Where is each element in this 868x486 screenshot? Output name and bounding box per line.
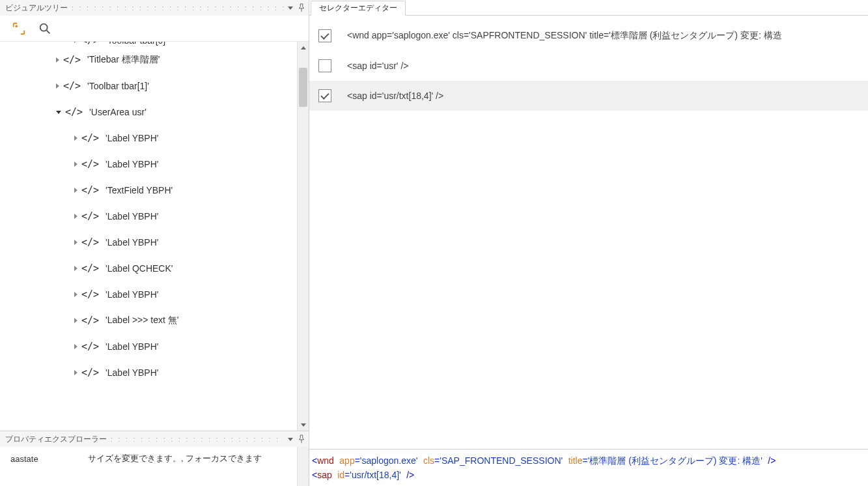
tree-label: 'UserArea usr': [89, 107, 147, 117]
tree-label: 'Label YBPH': [105, 289, 158, 300]
tree-row[interactable]: </>'Toolbar tbar[0]': [0, 42, 297, 47]
tab-selector-editor[interactable]: セレクターエディター: [311, 1, 406, 16]
selector-checkbox[interactable]: [318, 29, 331, 42]
tree-label: 'Label YBPH': [105, 367, 158, 378]
selector-row[interactable]: <sap id='usr' />: [309, 51, 868, 81]
selector-checkbox[interactable]: [318, 59, 331, 72]
tree-label: 'Toolbar tbar[0]': [105, 42, 167, 46]
element-tag-icon: </>: [81, 236, 99, 248]
selector-xml-view[interactable]: <wnd app='saplogon.exe' cls='SAP_FRONTEN…: [309, 449, 868, 486]
chevron-right-icon[interactable]: [74, 188, 77, 193]
header-dots: : : : : : : : : : : : : : : : : : : : : …: [111, 436, 284, 443]
selector-list: <wnd app='saplogon.exe' cls='SAPFRONTEND…: [309, 16, 868, 111]
element-tag-icon: </>: [81, 184, 99, 196]
element-tag-icon: </>: [81, 42, 99, 46]
element-tag-icon: </>: [81, 341, 99, 352]
tree-label: 'Toolbar tbar[1]': [87, 81, 149, 91]
tree-row[interactable]: </>'Label YBPH': [0, 203, 297, 229]
chevron-right-icon[interactable]: [74, 136, 77, 141]
element-tag-icon: </>: [81, 289, 99, 300]
tree-row[interactable]: </>'Label QCHECK': [0, 255, 297, 281]
tree-row[interactable]: </>'TextField YBPH': [0, 177, 297, 203]
visual-tree-toolbar: [0, 16, 309, 42]
chevron-down-icon[interactable]: [56, 111, 61, 114]
element-tag-icon: </>: [81, 263, 99, 274]
property-explorer-title: プロパティエクスプローラー: [5, 434, 107, 445]
tree-row[interactable]: </>'Label YBPH': [0, 360, 297, 386]
element-tag-icon: </>: [81, 210, 99, 222]
pin-icon[interactable]: [297, 435, 306, 444]
property-scrollbar[interactable]: [297, 447, 309, 486]
tree-label: 'Titlebar 標準階層': [87, 54, 160, 66]
selector-row[interactable]: <sap id='usr/txt[18,4]' />: [309, 81, 868, 111]
editor-tabs: セレクターエディター: [309, 0, 868, 16]
panel-menu-caret-icon[interactable]: [288, 7, 293, 10]
selector-text: <sap id='usr' />: [347, 61, 408, 71]
chevron-right-icon[interactable]: [74, 240, 77, 245]
tree-row[interactable]: </>'Titlebar 標準階層': [0, 47, 297, 73]
selector-row[interactable]: <wnd app='saplogon.exe' cls='SAPFRONTEND…: [309, 21, 868, 51]
scroll-down-icon[interactable]: [298, 419, 309, 431]
property-key: aastate: [0, 454, 88, 464]
property-table: aastateサイズを変更できます。, フォーカスできます: [0, 447, 297, 486]
property-row: aastateサイズを変更できます。, フォーカスできます: [0, 447, 297, 470]
highlight-target-icon[interactable]: [12, 21, 26, 36]
tree-row[interactable]: </>'Toolbar tbar[1]': [0, 73, 297, 99]
chevron-right-icon[interactable]: [74, 214, 77, 219]
selector-text: <wnd app='saplogon.exe' cls='SAPFRONTEND…: [347, 30, 782, 42]
chevron-right-icon[interactable]: [74, 266, 77, 271]
chevron-right-icon[interactable]: [56, 57, 59, 63]
svg-point-0: [16, 25, 18, 27]
element-tag-icon: </>: [63, 80, 81, 92]
element-tag-icon: </>: [81, 315, 99, 326]
pin-icon[interactable]: [297, 3, 306, 12]
selector-text: <sap id='usr/txt[18,4]' />: [347, 91, 443, 101]
chevron-right-icon[interactable]: [74, 42, 77, 43]
chevron-right-icon[interactable]: [74, 318, 77, 323]
tree-scrollbar[interactable]: [297, 42, 309, 431]
tree-label: 'Label YBPH': [105, 211, 158, 222]
scroll-up-icon[interactable]: [298, 42, 309, 53]
tree-label: 'Label >>> text 無': [105, 315, 178, 326]
tree-label: 'Label QCHECK': [105, 263, 173, 274]
property-explorer-header: プロパティエクスプローラー : : : : : : : : : : : : : …: [0, 431, 309, 447]
selector-checkbox[interactable]: [318, 89, 331, 102]
tree-row[interactable]: </>'Label YBPH': [0, 334, 297, 360]
element-tag-icon: </>: [81, 158, 99, 170]
chevron-right-icon[interactable]: [56, 83, 59, 89]
element-tag-icon: </>: [81, 367, 99, 379]
element-tag-icon: </>: [81, 132, 99, 144]
visual-tree-header: ビジュアルツリー : : : : : : : : : : : : : : : :…: [0, 0, 309, 16]
panel-menu-caret-icon[interactable]: [288, 438, 293, 441]
visual-tree-title: ビジュアルツリー: [5, 3, 68, 14]
chevron-right-icon[interactable]: [74, 370, 77, 375]
tree-label: 'Label YBPH': [105, 159, 158, 169]
tree-row[interactable]: </>'Label YBPH': [0, 151, 297, 177]
tree-row[interactable]: </>'Label YBPH': [0, 125, 297, 151]
chevron-right-icon[interactable]: [74, 162, 77, 167]
tree-label: 'Label YBPH': [105, 341, 158, 352]
chevron-right-icon[interactable]: [74, 344, 77, 349]
search-icon[interactable]: [38, 21, 52, 36]
element-tag-icon: </>: [63, 54, 81, 66]
svg-point-1: [40, 23, 48, 31]
tree-label: 'TextField YBPH': [105, 185, 173, 195]
visual-tree[interactable]: </>'Toolbar tbar[0]'</>'Titlebar 標準階層'</…: [0, 42, 297, 386]
tree-label: 'Label YBPH': [105, 237, 158, 248]
chevron-right-icon[interactable]: [74, 292, 77, 297]
header-dots: : : : : : : : : : : : : : : : : : : : : …: [72, 5, 284, 12]
tree-row[interactable]: </>'Label YBPH': [0, 229, 297, 255]
tree-row[interactable]: </>'UserArea usr': [0, 99, 297, 125]
scroll-thumb[interactable]: [299, 68, 307, 107]
tree-row[interactable]: </>'Label >>> text 無': [0, 307, 297, 334]
property-value: サイズを変更できます。, フォーカスできます: [88, 453, 297, 465]
tree-row[interactable]: </>'Label YBPH': [0, 281, 297, 307]
element-tag-icon: </>: [65, 106, 83, 118]
tree-label: 'Label YBPH': [105, 133, 158, 143]
